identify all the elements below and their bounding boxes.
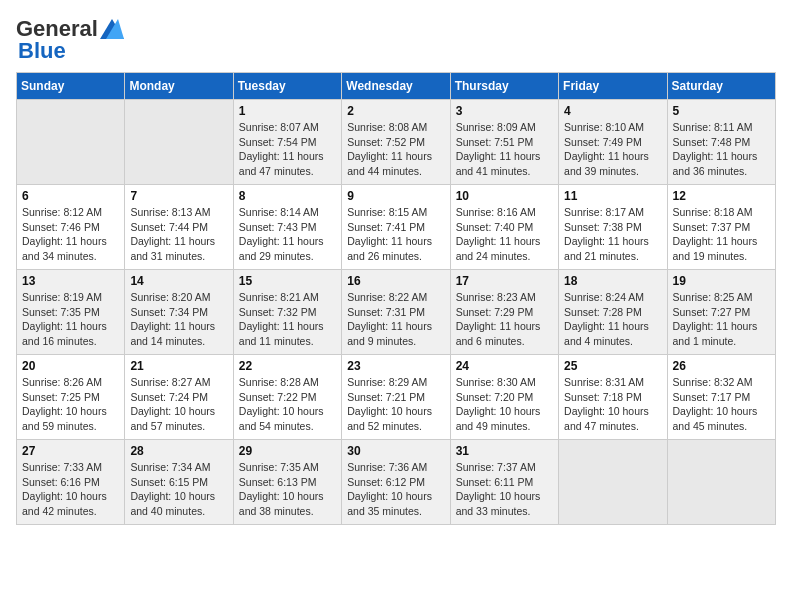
weekday-header-wednesday: Wednesday (342, 73, 450, 100)
calendar-table: SundayMondayTuesdayWednesdayThursdayFrid… (16, 72, 776, 525)
calendar-cell: 21Sunrise: 8:27 AMSunset: 7:24 PMDayligh… (125, 355, 233, 440)
day-number: 23 (347, 359, 444, 373)
day-number: 14 (130, 274, 227, 288)
day-info: Sunrise: 8:32 AMSunset: 7:17 PMDaylight:… (673, 375, 770, 434)
day-number: 27 (22, 444, 119, 458)
day-info: Sunrise: 7:33 AMSunset: 6:16 PMDaylight:… (22, 460, 119, 519)
week-row-3: 13Sunrise: 8:19 AMSunset: 7:35 PMDayligh… (17, 270, 776, 355)
day-info: Sunrise: 8:13 AMSunset: 7:44 PMDaylight:… (130, 205, 227, 264)
day-number: 30 (347, 444, 444, 458)
calendar-cell: 23Sunrise: 8:29 AMSunset: 7:21 PMDayligh… (342, 355, 450, 440)
header: General Blue (16, 16, 776, 64)
day-number: 6 (22, 189, 119, 203)
day-number: 15 (239, 274, 336, 288)
day-info: Sunrise: 8:28 AMSunset: 7:22 PMDaylight:… (239, 375, 336, 434)
day-info: Sunrise: 7:36 AMSunset: 6:12 PMDaylight:… (347, 460, 444, 519)
calendar-cell: 15Sunrise: 8:21 AMSunset: 7:32 PMDayligh… (233, 270, 341, 355)
weekday-header-thursday: Thursday (450, 73, 558, 100)
day-number: 19 (673, 274, 770, 288)
day-number: 5 (673, 104, 770, 118)
calendar-cell: 1Sunrise: 8:07 AMSunset: 7:54 PMDaylight… (233, 100, 341, 185)
day-number: 8 (239, 189, 336, 203)
calendar-cell: 22Sunrise: 8:28 AMSunset: 7:22 PMDayligh… (233, 355, 341, 440)
day-info: Sunrise: 8:10 AMSunset: 7:49 PMDaylight:… (564, 120, 661, 179)
day-number: 29 (239, 444, 336, 458)
day-info: Sunrise: 8:15 AMSunset: 7:41 PMDaylight:… (347, 205, 444, 264)
weekday-header-friday: Friday (559, 73, 667, 100)
calendar-cell: 12Sunrise: 8:18 AMSunset: 7:37 PMDayligh… (667, 185, 775, 270)
calendar-cell: 29Sunrise: 7:35 AMSunset: 6:13 PMDayligh… (233, 440, 341, 525)
day-number: 31 (456, 444, 553, 458)
day-number: 26 (673, 359, 770, 373)
day-number: 20 (22, 359, 119, 373)
calendar-cell: 4Sunrise: 8:10 AMSunset: 7:49 PMDaylight… (559, 100, 667, 185)
weekday-header-sunday: Sunday (17, 73, 125, 100)
day-info: Sunrise: 8:22 AMSunset: 7:31 PMDaylight:… (347, 290, 444, 349)
calendar-cell: 18Sunrise: 8:24 AMSunset: 7:28 PMDayligh… (559, 270, 667, 355)
week-row-5: 27Sunrise: 7:33 AMSunset: 6:16 PMDayligh… (17, 440, 776, 525)
day-info: Sunrise: 8:18 AMSunset: 7:37 PMDaylight:… (673, 205, 770, 264)
day-number: 10 (456, 189, 553, 203)
day-info: Sunrise: 8:19 AMSunset: 7:35 PMDaylight:… (22, 290, 119, 349)
day-info: Sunrise: 8:12 AMSunset: 7:46 PMDaylight:… (22, 205, 119, 264)
day-info: Sunrise: 8:14 AMSunset: 7:43 PMDaylight:… (239, 205, 336, 264)
day-number: 2 (347, 104, 444, 118)
day-info: Sunrise: 8:20 AMSunset: 7:34 PMDaylight:… (130, 290, 227, 349)
day-info: Sunrise: 8:11 AMSunset: 7:48 PMDaylight:… (673, 120, 770, 179)
calendar-cell (17, 100, 125, 185)
calendar-cell: 31Sunrise: 7:37 AMSunset: 6:11 PMDayligh… (450, 440, 558, 525)
day-number: 12 (673, 189, 770, 203)
calendar-cell (125, 100, 233, 185)
day-number: 24 (456, 359, 553, 373)
day-number: 28 (130, 444, 227, 458)
day-number: 17 (456, 274, 553, 288)
calendar-cell: 20Sunrise: 8:26 AMSunset: 7:25 PMDayligh… (17, 355, 125, 440)
calendar-cell: 13Sunrise: 8:19 AMSunset: 7:35 PMDayligh… (17, 270, 125, 355)
calendar-cell: 17Sunrise: 8:23 AMSunset: 7:29 PMDayligh… (450, 270, 558, 355)
day-number: 18 (564, 274, 661, 288)
day-info: Sunrise: 8:26 AMSunset: 7:25 PMDaylight:… (22, 375, 119, 434)
calendar-cell: 3Sunrise: 8:09 AMSunset: 7:51 PMDaylight… (450, 100, 558, 185)
day-info: Sunrise: 8:25 AMSunset: 7:27 PMDaylight:… (673, 290, 770, 349)
calendar-cell: 8Sunrise: 8:14 AMSunset: 7:43 PMDaylight… (233, 185, 341, 270)
day-info: Sunrise: 8:31 AMSunset: 7:18 PMDaylight:… (564, 375, 661, 434)
day-info: Sunrise: 7:35 AMSunset: 6:13 PMDaylight:… (239, 460, 336, 519)
calendar-cell (667, 440, 775, 525)
day-info: Sunrise: 8:29 AMSunset: 7:21 PMDaylight:… (347, 375, 444, 434)
calendar-cell (559, 440, 667, 525)
day-number: 4 (564, 104, 661, 118)
calendar-cell: 19Sunrise: 8:25 AMSunset: 7:27 PMDayligh… (667, 270, 775, 355)
day-number: 1 (239, 104, 336, 118)
day-number: 21 (130, 359, 227, 373)
day-number: 9 (347, 189, 444, 203)
calendar-cell: 9Sunrise: 8:15 AMSunset: 7:41 PMDaylight… (342, 185, 450, 270)
weekday-header-saturday: Saturday (667, 73, 775, 100)
day-info: Sunrise: 8:09 AMSunset: 7:51 PMDaylight:… (456, 120, 553, 179)
day-info: Sunrise: 8:27 AMSunset: 7:24 PMDaylight:… (130, 375, 227, 434)
calendar-cell: 26Sunrise: 8:32 AMSunset: 7:17 PMDayligh… (667, 355, 775, 440)
day-number: 7 (130, 189, 227, 203)
calendar-cell: 11Sunrise: 8:17 AMSunset: 7:38 PMDayligh… (559, 185, 667, 270)
calendar-cell: 24Sunrise: 8:30 AMSunset: 7:20 PMDayligh… (450, 355, 558, 440)
calendar-cell: 16Sunrise: 8:22 AMSunset: 7:31 PMDayligh… (342, 270, 450, 355)
logo-blue: Blue (16, 38, 66, 64)
logo-area: General Blue (16, 16, 124, 64)
day-info: Sunrise: 8:08 AMSunset: 7:52 PMDaylight:… (347, 120, 444, 179)
day-info: Sunrise: 8:07 AMSunset: 7:54 PMDaylight:… (239, 120, 336, 179)
day-info: Sunrise: 8:16 AMSunset: 7:40 PMDaylight:… (456, 205, 553, 264)
weekday-header-tuesday: Tuesday (233, 73, 341, 100)
logo-icon (100, 19, 124, 39)
day-number: 25 (564, 359, 661, 373)
calendar-cell: 27Sunrise: 7:33 AMSunset: 6:16 PMDayligh… (17, 440, 125, 525)
calendar-cell: 30Sunrise: 7:36 AMSunset: 6:12 PMDayligh… (342, 440, 450, 525)
day-info: Sunrise: 8:17 AMSunset: 7:38 PMDaylight:… (564, 205, 661, 264)
day-info: Sunrise: 8:24 AMSunset: 7:28 PMDaylight:… (564, 290, 661, 349)
calendar-cell: 10Sunrise: 8:16 AMSunset: 7:40 PMDayligh… (450, 185, 558, 270)
day-info: Sunrise: 8:23 AMSunset: 7:29 PMDaylight:… (456, 290, 553, 349)
calendar-cell: 7Sunrise: 8:13 AMSunset: 7:44 PMDaylight… (125, 185, 233, 270)
day-number: 3 (456, 104, 553, 118)
day-info: Sunrise: 7:34 AMSunset: 6:15 PMDaylight:… (130, 460, 227, 519)
calendar-cell: 6Sunrise: 8:12 AMSunset: 7:46 PMDaylight… (17, 185, 125, 270)
calendar-cell: 14Sunrise: 8:20 AMSunset: 7:34 PMDayligh… (125, 270, 233, 355)
week-row-2: 6Sunrise: 8:12 AMSunset: 7:46 PMDaylight… (17, 185, 776, 270)
